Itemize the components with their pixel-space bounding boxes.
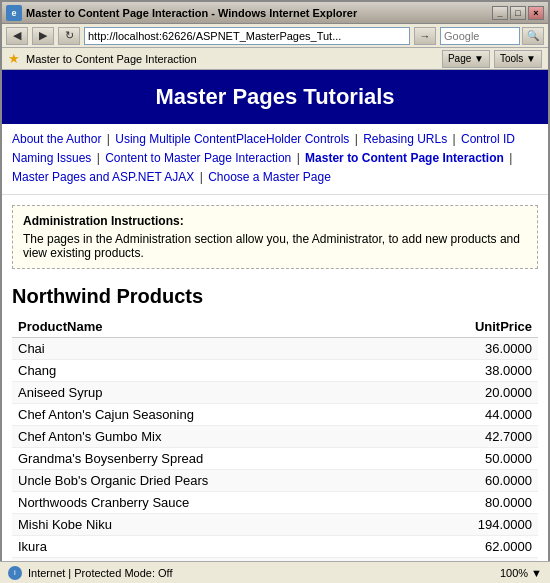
forward-button[interactable]: ▶ <box>32 27 54 45</box>
search-button[interactable]: 🔍 <box>522 27 544 45</box>
favorites-page-title: Master to Content Page Interaction <box>26 53 197 65</box>
table-row: Uncle Bob's Organic Dried Pears 60.0000 <box>12 469 538 491</box>
address-bar: ◀ ▶ ↻ → 🔍 <box>2 24 548 48</box>
favorites-icon: ★ <box>8 51 20 66</box>
content-area: Master Pages Tutorials About the Author … <box>2 70 548 563</box>
table-row: Ikura 62.0000 <box>12 535 538 557</box>
product-price: 36.0000 <box>404 337 538 359</box>
table-row: Mishi Kobe Niku 194.0000 <box>12 513 538 535</box>
product-name: Uncle Bob's Organic Dried Pears <box>12 469 404 491</box>
product-name: Northwoods Cranberry Sauce <box>12 491 404 513</box>
go-button[interactable]: → <box>414 27 436 45</box>
product-name: Chai <box>12 337 404 359</box>
nav-link-rebasing[interactable]: Rebasing URLs <box>363 132 447 146</box>
page-menu-button[interactable]: Page ▼ <box>442 50 490 68</box>
nav-link-master-to-content[interactable]: Master to Content Page Interaction <box>305 151 504 165</box>
table-row: Aniseed Syrup 20.0000 <box>12 381 538 403</box>
product-price: 44.0000 <box>404 403 538 425</box>
browser-icon: e <box>6 5 22 21</box>
table-row: Chang 38.0000 <box>12 359 538 381</box>
table-row: Northwoods Cranberry Sauce 80.0000 <box>12 491 538 513</box>
product-name: Chef Anton's Cajun Seasoning <box>12 403 404 425</box>
table-row: Grandma's Boysenberry Spread 50.0000 <box>12 447 538 469</box>
admin-instructions: Administration Instructions: The pages i… <box>12 205 538 269</box>
status-icon: i <box>8 566 22 580</box>
products-section: Northwind Products ProductName UnitPrice… <box>2 279 548 563</box>
zoom-level[interactable]: 100% ▼ <box>500 567 542 579</box>
admin-text: The pages in the Administration section … <box>23 232 527 260</box>
nav-link-content-to-master[interactable]: Content to Master Page Interaction <box>105 151 291 165</box>
product-price: 42.7000 <box>404 425 538 447</box>
table-row: Chef Anton's Cajun Seasoning 44.0000 <box>12 403 538 425</box>
admin-title: Administration Instructions: <box>23 214 527 228</box>
tools-menu-button[interactable]: Tools ▼ <box>494 50 542 68</box>
product-name: Ikura <box>12 535 404 557</box>
address-input[interactable] <box>84 27 410 45</box>
product-name: Grandma's Boysenberry Spread <box>12 447 404 469</box>
back-button[interactable]: ◀ <box>6 27 28 45</box>
product-name: Aniseed Syrup <box>12 381 404 403</box>
nav-link-choose-master[interactable]: Choose a Master Page <box>208 170 331 184</box>
favorites-tools: Page ▼ Tools ▼ <box>442 50 542 68</box>
products-table: ProductName UnitPrice Chai 36.0000 Chang… <box>12 316 538 563</box>
product-price: 60.0000 <box>404 469 538 491</box>
product-price: 62.0000 <box>404 535 538 557</box>
nav-link-about[interactable]: About the Author <box>12 132 101 146</box>
page-header-text: Master Pages Tutorials <box>155 84 394 109</box>
status-bar: i Internet | Protected Mode: Off 100% ▼ <box>0 561 550 583</box>
close-button[interactable]: × <box>528 6 544 20</box>
favorites-bar: ★ Master to Content Page Interaction Pag… <box>2 48 548 70</box>
search-input[interactable] <box>440 27 520 45</box>
title-bar-text: Master to Content Page Interaction - Win… <box>26 7 357 19</box>
product-price: 20.0000 <box>404 381 538 403</box>
product-price: 50.0000 <box>404 447 538 469</box>
product-price: 38.0000 <box>404 359 538 381</box>
minimize-button[interactable]: _ <box>492 6 508 20</box>
maximize-button[interactable]: □ <box>510 6 526 20</box>
status-text: Internet | Protected Mode: Off <box>28 567 173 579</box>
table-row: Chef Anton's Gumbo Mix 42.7000 <box>12 425 538 447</box>
nav-link-ajax[interactable]: Master Pages and ASP.NET AJAX <box>12 170 194 184</box>
product-name: Mishi Kobe Niku <box>12 513 404 535</box>
col-header-price: UnitPrice <box>404 316 538 338</box>
nav-links: About the Author | Using Multiple Conten… <box>2 124 548 195</box>
window-controls: _ □ × <box>492 6 544 20</box>
col-header-name: ProductName <box>12 316 404 338</box>
table-row: Chai 36.0000 <box>12 337 538 359</box>
title-bar: e Master to Content Page Interaction - W… <box>2 2 548 24</box>
product-price: 80.0000 <box>404 491 538 513</box>
nav-link-multiple[interactable]: Using Multiple ContentPlaceHolder Contro… <box>115 132 349 146</box>
product-name: Chef Anton's Gumbo Mix <box>12 425 404 447</box>
products-title: Northwind Products <box>12 285 538 308</box>
refresh-button[interactable]: ↻ <box>58 27 80 45</box>
product-name: Chang <box>12 359 404 381</box>
product-price: 194.0000 <box>404 513 538 535</box>
page-header: Master Pages Tutorials <box>2 70 548 124</box>
